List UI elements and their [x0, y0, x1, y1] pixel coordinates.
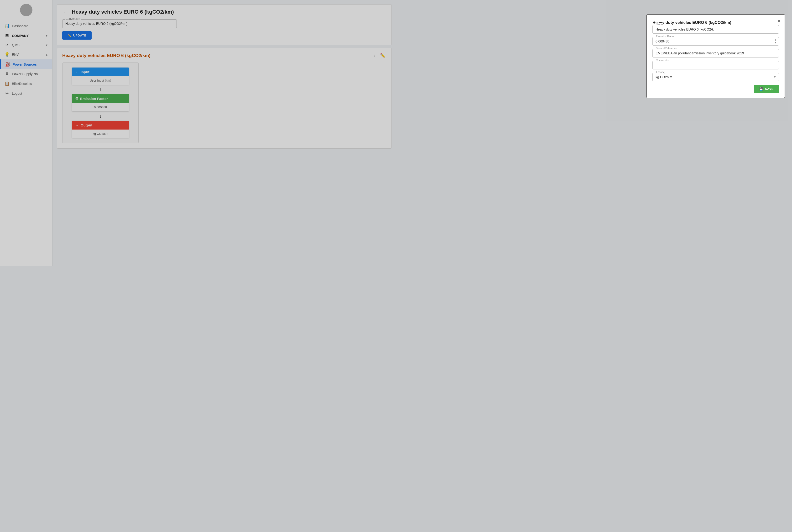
modal-overlay: Heavy duty vehicles EURO 6 (kgCO2/km) ✕ …	[53, 0, 396, 266]
main-content: ← Heavy duty vehicles EURO 6 (kgCO2/km) …	[53, 0, 396, 266]
